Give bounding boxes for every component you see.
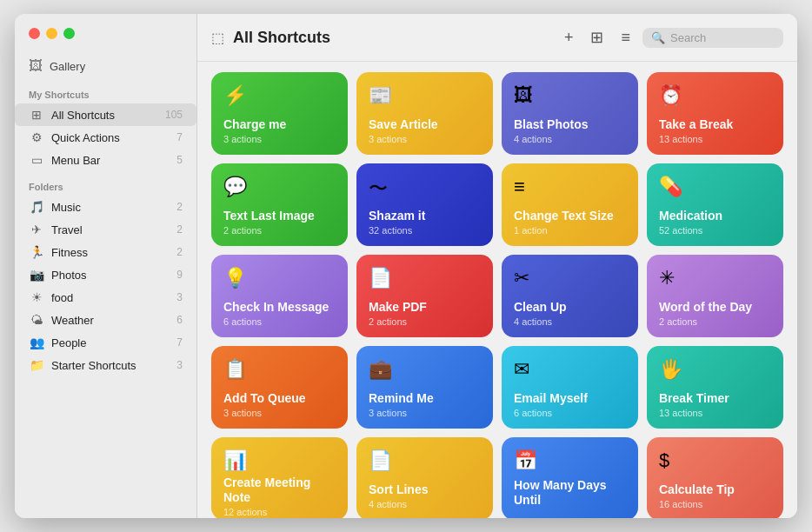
close-button[interactable] [29, 28, 40, 39]
sidebar-gallery-label: Gallery [50, 60, 85, 73]
shortcut-card-shazam-it[interactable]: 〜 Shazam it 32 actions [356, 163, 493, 246]
shortcut-card-check-in-message[interactable]: 💡 Check In Message 6 actions [211, 255, 348, 337]
gallery-icon: 🖼 [29, 58, 43, 74]
card-icon: 💬 [223, 176, 336, 198]
card-icon: ✉ [514, 358, 626, 381]
main-content: ⬚ All Shortcuts + ⊞ ≡ 🔍 ⚡ Charge me [197, 14, 797, 518]
card-icon: 💼 [369, 358, 481, 381]
sidebar-item-music-label: Music [51, 201, 170, 214]
shortcut-card-save-article[interactable]: 📰 Save Article 3 actions [356, 72, 493, 155]
shortcut-card-calculate-tip[interactable]: $ Calculate Tip 16 actions [647, 437, 783, 518]
maximize-button[interactable] [63, 28, 75, 39]
card-title: Break Timer [659, 391, 771, 406]
toolbar-actions: + ⊞ ≡ 🔍 [559, 24, 783, 50]
sidebar-item-all-shortcuts-count: 105 [165, 109, 183, 121]
sidebar-item-fitness-label: Fitness [51, 246, 170, 259]
sidebar-toggle-button[interactable]: ⬚ [211, 30, 224, 46]
sidebar-item-music[interactable]: 🎵 Music 2 [15, 196, 196, 218]
shortcut-card-take-a-break[interactable]: ⏰ Take a Break 13 actions [647, 72, 783, 155]
card-icon: ⚡ [223, 84, 336, 107]
search-input[interactable] [670, 31, 775, 44]
quick-actions-icon: ⚙ [29, 130, 44, 144]
add-shortcut-button[interactable]: + [559, 25, 579, 50]
card-title: Save Article [369, 117, 481, 132]
sidebar-item-photos[interactable]: 📷 Photos 9 [15, 263, 196, 286]
shortcut-card-medication[interactable]: 💊 Medication 52 actions [647, 163, 783, 246]
card-subtitle: 3 actions [369, 134, 481, 144]
shortcut-card-text-last-image[interactable]: 💬 Text Last Image 2 actions [211, 163, 348, 246]
card-subtitle: 6 actions [223, 316, 336, 327]
sidebar-item-all-shortcuts[interactable]: ⊞ All Shortcuts 105 [15, 103, 196, 126]
card-subtitle: 3 actions [223, 408, 336, 418]
shortcut-card-create-meeting-note[interactable]: 📊 Create Meeting Note 12 actions [211, 437, 348, 518]
sidebar-item-photos-count: 9 [176, 269, 183, 281]
shortcut-card-make-pdf[interactable]: 📄 Make PDF 2 actions [356, 255, 493, 337]
sidebar-item-starter-shortcuts[interactable]: 📁 Starter Shortcuts 3 [15, 354, 196, 376]
card-icon: 🖼 [514, 84, 626, 107]
list-view-button[interactable]: ≡ [616, 25, 636, 50]
sidebar-item-menu-bar[interactable]: ▭ Menu Bar 5 [15, 149, 196, 171]
card-icon: 📋 [223, 358, 336, 381]
toolbar: ⬚ All Shortcuts + ⊞ ≡ 🔍 [197, 14, 797, 62]
folders-section-label: Folders [15, 171, 196, 196]
shortcut-card-email-myself[interactable]: ✉ Email Myself 6 actions [502, 346, 638, 429]
food-icon: ☀ [29, 290, 44, 304]
shortcut-card-sort-lines[interactable]: 📄 Sort Lines 4 actions [356, 437, 493, 518]
sidebar-item-fitness[interactable]: 🏃 Fitness 2 [15, 241, 196, 263]
sidebar-item-photos-label: Photos [51, 269, 170, 282]
shortcut-card-charge-me[interactable]: ⚡ Charge me 3 actions [211, 72, 348, 155]
shortcut-card-break-timer[interactable]: 🖐 Break Timer 13 actions [647, 346, 783, 429]
card-subtitle: 2 actions [223, 225, 336, 236]
shortcut-card-change-text-size[interactable]: ≡ Change Text Size 1 action [502, 163, 638, 246]
card-subtitle: 6 actions [514, 408, 626, 418]
card-subtitle: 16 actions [659, 499, 771, 509]
sidebar-item-people[interactable]: 👥 People 7 [15, 331, 196, 354]
card-icon: 📄 [369, 449, 481, 472]
sidebar-item-travel-count: 2 [176, 223, 183, 236]
shortcut-card-add-to-queue[interactable]: 📋 Add To Queue 3 actions [211, 346, 348, 429]
sidebar-item-weather-count: 6 [176, 314, 183, 326]
sidebar-item-people-count: 7 [176, 336, 183, 349]
card-icon: 💊 [659, 176, 771, 198]
sidebar-item-quick-actions[interactable]: ⚙ Quick Actions 7 [15, 126, 196, 149]
card-icon: 📰 [369, 84, 481, 107]
page-title: All Shortcuts [233, 29, 550, 47]
card-title: Shazam it [369, 209, 481, 223]
sidebar-item-menu-bar-label: Menu Bar [51, 154, 170, 167]
window-controls [15, 28, 196, 53]
grid-view-button[interactable]: ⊞ [585, 24, 609, 50]
card-icon: 💡 [223, 267, 336, 289]
card-icon: 📄 [369, 267, 481, 289]
photos-icon: 📷 [29, 268, 44, 282]
card-subtitle: 52 actions [659, 225, 771, 236]
card-subtitle: 13 actions [659, 134, 771, 144]
sidebar-item-gallery[interactable]: 🖼 Gallery [15, 53, 196, 79]
card-title: Check In Message [223, 300, 336, 315]
minimize-button[interactable] [46, 28, 57, 39]
sidebar-item-all-shortcuts-label: All Shortcuts [51, 109, 158, 122]
shortcut-card-how-many-days[interactable]: 📅 How Many Days Until [502, 437, 638, 518]
card-icon: 📅 [514, 449, 626, 472]
search-icon: 🔍 [651, 31, 665, 44]
shortcut-card-remind-me[interactable]: 💼 Remind Me 3 actions [356, 346, 493, 429]
sidebar-item-travel[interactable]: ✈ Travel 2 [15, 218, 196, 241]
sidebar-item-quick-actions-label: Quick Actions [51, 131, 170, 144]
shortcut-card-word-of-the-day[interactable]: ✳ Word of the Day 2 actions [647, 255, 783, 337]
sidebar-item-weather[interactable]: 🌤 Weather 6 [15, 309, 196, 331]
card-subtitle: 4 actions [514, 134, 626, 144]
card-icon: 📊 [223, 449, 336, 472]
sidebar-item-menu-bar-count: 5 [176, 154, 183, 166]
card-title: Make PDF [369, 300, 481, 315]
card-subtitle: 2 actions [659, 316, 771, 327]
all-shortcuts-icon: ⊞ [29, 108, 44, 122]
sidebar-item-food-label: food [51, 291, 170, 304]
card-title: Add To Queue [223, 391, 336, 406]
card-subtitle: 1 action [514, 225, 626, 236]
music-icon: 🎵 [29, 200, 44, 214]
search-bar[interactable]: 🔍 [642, 28, 783, 48]
card-title: How Many Days Until [514, 478, 626, 508]
sidebar-item-food[interactable]: ☀ food 3 [15, 286, 196, 309]
shortcut-card-clean-up[interactable]: ✂ Clean Up 4 actions [502, 255, 638, 337]
shortcut-card-blast-photos[interactable]: 🖼 Blast Photos 4 actions [502, 72, 638, 155]
card-title: Change Text Size [514, 209, 626, 223]
